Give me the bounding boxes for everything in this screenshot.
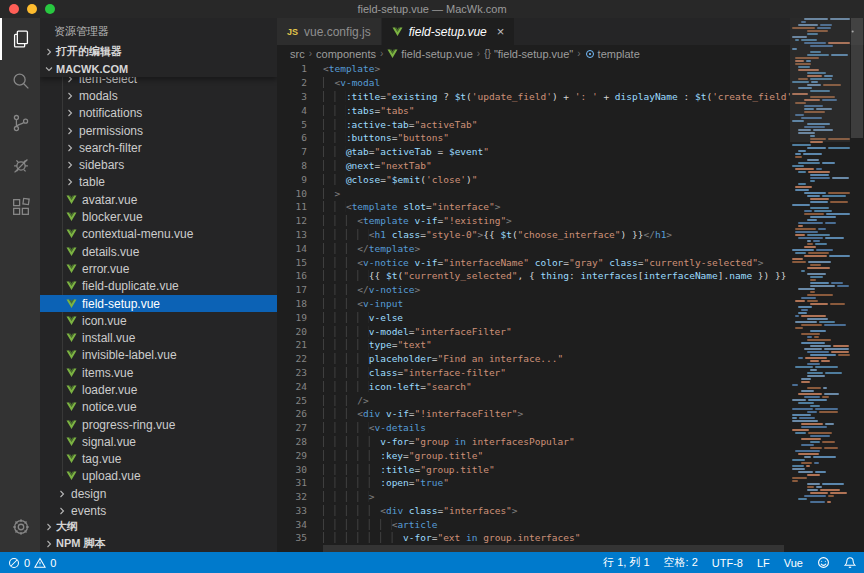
- tree-item-notice.vue[interactable]: notice.vue: [40, 399, 277, 416]
- activity-bar-source-control-icon[interactable]: [0, 102, 40, 144]
- code-line-21[interactable]: 21 type="text": [277, 338, 790, 352]
- status-item[interactable]: Vue: [784, 557, 803, 569]
- code-line-18[interactable]: 18 <v-input: [277, 297, 790, 311]
- status-item[interactable]: 行 1, 列 1: [603, 555, 649, 570]
- code-line-20[interactable]: 20 v-model="interfaceFilter": [277, 324, 790, 338]
- code-line-27[interactable]: 27 <v-details: [277, 421, 790, 435]
- tree-item-details.vue[interactable]: details.vue: [40, 243, 277, 260]
- tree-item-error.vue[interactable]: error.vue: [40, 260, 277, 277]
- tab-field-setup.vue[interactable]: field-setup.vue×: [382, 18, 516, 45]
- code-line-30[interactable]: 30 :title="group.title": [277, 462, 790, 476]
- tree-item-signal.vue[interactable]: signal.vue: [40, 433, 277, 450]
- tree-item-item-select[interactable]: item-select: [40, 77, 277, 87]
- code-line-25[interactable]: 25 />: [277, 393, 790, 407]
- tree-item-modals[interactable]: modals: [40, 87, 277, 104]
- code-line-15[interactable]: 15 <v-notice v-if="interfaceName" color=…: [277, 255, 790, 269]
- breadcrumb-item-3[interactable]: field-setup.vue: [387, 48, 473, 60]
- tree-item-loader.vue[interactable]: loader.vue: [40, 381, 277, 398]
- tree-item-permissions[interactable]: permissions: [40, 122, 277, 139]
- breadcrumb: src›components›field-setup.vue›{}"field-…: [277, 45, 864, 62]
- code-line-31[interactable]: 31 :open="true": [277, 476, 790, 490]
- status-item[interactable]: 空格: 2: [664, 555, 698, 570]
- activity-bar-debug-icon[interactable]: [0, 144, 40, 186]
- status-item[interactable]: LF: [757, 557, 770, 569]
- code-line-14[interactable]: 14 </template>: [277, 241, 790, 255]
- tree-item-progress-ring.vue[interactable]: progress-ring.vue: [40, 416, 277, 433]
- code-text: </v-notice>: [307, 284, 420, 295]
- code-line-7[interactable]: 7 @tab="activeTab = $event": [277, 145, 790, 159]
- breadcrumb-item-2[interactable]: components: [316, 48, 376, 60]
- code-line-12[interactable]: 12 <template v-if="!existing">: [277, 214, 790, 228]
- code-line-17[interactable]: 17 </v-notice>: [277, 283, 790, 297]
- code-line-22[interactable]: 22 placeholder="Find an interface...": [277, 352, 790, 366]
- code-line-35[interactable]: 35 v-for="ext in group.interfaces": [277, 531, 790, 545]
- code-line-34[interactable]: 34 <article: [277, 517, 790, 531]
- code-line-16[interactable]: 16 {{ $t("currently_selected", { thing: …: [277, 269, 790, 283]
- code-line-23[interactable]: 23 class="interface-filter": [277, 366, 790, 380]
- tree-item-label: notifications: [79, 106, 142, 120]
- tree-item-avatar.vue[interactable]: avatar.vue: [40, 191, 277, 208]
- activity-bar-files-icon[interactable]: [0, 18, 40, 60]
- warning-icon: [34, 557, 46, 569]
- outline-section[interactable]: 大纲: [40, 518, 277, 535]
- status-bell-icon[interactable]: [844, 556, 856, 569]
- tree-item-design[interactable]: design: [40, 485, 277, 502]
- code-line-3[interactable]: 3 :title="existing ? $t('update_field') …: [277, 90, 790, 104]
- status-error-count[interactable]: 0: [8, 557, 30, 569]
- tree-item-tag.vue[interactable]: tag.vue: [40, 451, 277, 468]
- code-line-5[interactable]: 5 :active-tab="activeTab": [277, 117, 790, 131]
- tree-item-contextual-menu.vue[interactable]: contextual-menu.vue: [40, 226, 277, 243]
- tree-item-invisible-label.vue[interactable]: invisible-label.vue: [40, 347, 277, 364]
- activity-bar-extensions-icon[interactable]: [0, 186, 40, 228]
- tree-item-items.vue[interactable]: items.vue: [40, 364, 277, 381]
- minimap-slider[interactable]: [790, 18, 850, 142]
- code-line-26[interactable]: 26 <div v-if="!interfaceFilter">: [277, 407, 790, 421]
- activity-bar-search-icon[interactable]: [0, 60, 40, 102]
- minimap[interactable]: [790, 18, 850, 552]
- code-line-1[interactable]: 1<template>: [277, 62, 790, 76]
- breadcrumb-item-5[interactable]: template: [585, 48, 640, 60]
- breadcrumb-item-4[interactable]: {}"field-setup.vue": [484, 48, 573, 60]
- code-line-29[interactable]: 29 :key="group.title": [277, 448, 790, 462]
- tree-item-upload.vue[interactable]: upload.vue: [40, 468, 277, 485]
- code-line-32[interactable]: 32 >: [277, 490, 790, 504]
- code-text: class="interface-filter": [307, 367, 506, 378]
- status-item[interactable]: UTF-8: [712, 557, 743, 569]
- code-line-4[interactable]: 4 :tabs="tabs": [277, 103, 790, 117]
- close-tab-icon[interactable]: ×: [497, 24, 505, 39]
- npm-scripts-section[interactable]: NPM 脚本: [40, 535, 277, 552]
- tree-item-sidebars[interactable]: sidebars: [40, 156, 277, 173]
- code-line-2[interactable]: 2 <v-modal: [277, 76, 790, 90]
- code-line-19[interactable]: 19 v-else: [277, 310, 790, 324]
- open-editors-section[interactable]: 打开的编辑器: [40, 43, 277, 60]
- breadcrumb-item-1[interactable]: src: [290, 48, 305, 60]
- code-line-9[interactable]: 9 @close="$emit('close')": [277, 172, 790, 186]
- line-number: 25: [277, 395, 307, 406]
- code-line-33[interactable]: 33 <div class="interfaces">: [277, 504, 790, 518]
- workspace-root-section[interactable]: MACWK.COM: [40, 60, 277, 77]
- code-line-10[interactable]: 10 >: [277, 186, 790, 200]
- tree-item-blocker.vue[interactable]: blocker.vue: [40, 208, 277, 225]
- status-warning-count[interactable]: 0: [34, 557, 56, 569]
- tree-item-search-filter[interactable]: search-filter: [40, 139, 277, 156]
- tree-item-events[interactable]: events: [40, 502, 277, 518]
- status-feedback-smiley-icon[interactable]: [817, 556, 830, 569]
- code-line-11[interactable]: 11 <template slot="interface">: [277, 200, 790, 214]
- code-line-13[interactable]: 13 <h1 class="style-0">{{ $t("choose_int…: [277, 228, 790, 242]
- horizontal-scrollbar[interactable]: [323, 545, 784, 552]
- tree-item-field-duplicate.vue[interactable]: field-duplicate.vue: [40, 278, 277, 295]
- tree-item-field-setup.vue[interactable]: field-setup.vue: [40, 295, 277, 312]
- code-editor[interactable]: 1<template>2 <v-modal3 :title="existing …: [277, 62, 790, 552]
- code-line-6[interactable]: 6 :buttons="buttons": [277, 131, 790, 145]
- tab-vue.config.js[interactable]: JSvue.config.js: [277, 18, 382, 45]
- code-line-8[interactable]: 8 @next="nextTab": [277, 159, 790, 173]
- code-line-24[interactable]: 24 icon-left="search": [277, 379, 790, 393]
- vertical-scrollbar[interactable]: [850, 18, 864, 552]
- tree-item-install.vue[interactable]: install.vue: [40, 329, 277, 346]
- tree-item-icon.vue[interactable]: icon.vue: [40, 312, 277, 329]
- code-line-28[interactable]: 28 v-for="group in interfacesPopular": [277, 435, 790, 449]
- tree-item-table[interactable]: table: [40, 174, 277, 191]
- tree-item-notifications[interactable]: notifications: [40, 105, 277, 122]
- activity-bar-gear-icon[interactable]: [0, 506, 40, 548]
- code-text: @tab="activeTab = $event": [307, 146, 489, 157]
